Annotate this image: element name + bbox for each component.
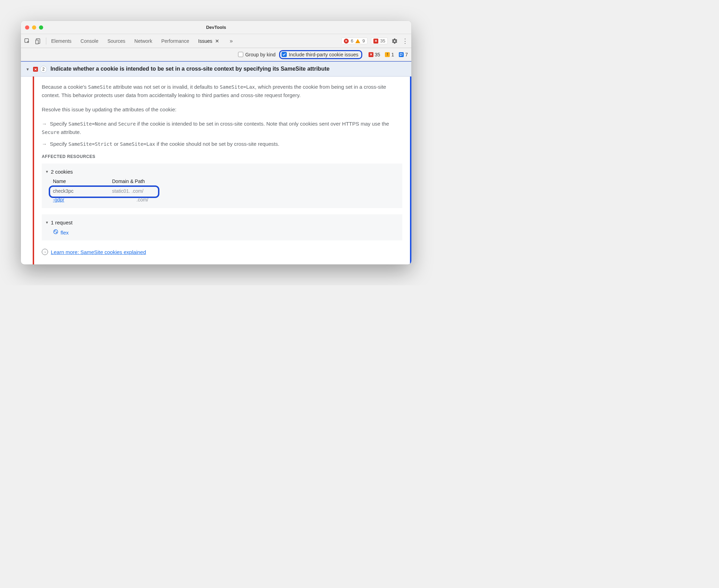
tab-sources[interactable]: Sources xyxy=(108,38,125,44)
code-samesite: SameSite xyxy=(88,84,111,90)
breaking-change-icon: ✕ xyxy=(369,52,373,57)
info-counter-value: 7 xyxy=(405,52,408,57)
checkbox-checked-icon xyxy=(282,52,287,57)
table-header: Name Domain & Path xyxy=(53,178,399,185)
issue-description-1: Because a cookie's SameSite attribute wa… xyxy=(42,83,402,99)
cookie-name[interactable]: -gdpr xyxy=(53,196,112,204)
col-domain: Domain & Path xyxy=(112,178,182,185)
issues-toolbar: Group by kind Include third-party cookie… xyxy=(21,48,411,61)
checkbox-unchecked-icon xyxy=(238,52,243,57)
include-third-party-checkbox[interactable]: Include third-party cookie issues xyxy=(282,52,358,57)
external-link-icon: → xyxy=(42,249,48,255)
issue-body-container: Because a cookie's SameSite attribute wa… xyxy=(21,77,411,264)
group-by-kind-checkbox[interactable]: Group by kind xyxy=(238,52,276,57)
device-toolbar-icon[interactable] xyxy=(35,38,42,45)
more-tabs-icon[interactable]: » xyxy=(230,38,233,44)
tab-issues-label: Issues xyxy=(198,38,212,44)
tab-issues[interactable]: Issues ✕ xyxy=(198,38,219,44)
settings-icon[interactable] xyxy=(391,38,398,45)
expand-icon: ▼ xyxy=(26,67,30,71)
minimize-window-button[interactable] xyxy=(32,25,36,30)
info-counter[interactable]: 7 xyxy=(399,52,408,57)
main-toolbar: Elements Console Sources Network Perform… xyxy=(21,34,411,48)
requests-disclosure[interactable]: ▼ 1 request xyxy=(45,218,399,227)
issue-bullet-2: → Specify SameSite=Strict or SameSite=La… xyxy=(42,140,402,148)
cookies-summary: 2 cookies xyxy=(51,168,73,176)
toolbar-left-icons xyxy=(24,38,46,45)
breaking-change-icon: ✕ xyxy=(373,39,378,43)
arrow-icon: → xyxy=(42,121,47,127)
warning-icon xyxy=(355,39,360,43)
cookie-domain: .com/ xyxy=(112,196,182,204)
info-square-icon xyxy=(399,52,404,57)
learn-more-link[interactable]: → Learn more: SameSite cookies explained xyxy=(42,248,402,256)
arrow-icon: → xyxy=(42,141,47,147)
issue-kind-counters: ✕ 35 ! 1 7 xyxy=(369,52,408,57)
affected-requests-section: ▼ 1 request flex xyxy=(42,214,402,240)
learn-more-text: Learn more: SameSite cookies explained xyxy=(51,248,146,256)
issue-description-2: Resolve this issue by updating the attri… xyxy=(42,105,402,113)
more-options-icon[interactable]: ⋮ xyxy=(402,38,409,45)
window-title: DevTools xyxy=(206,25,226,30)
issue-title: Indicate whether a cookie is intended to… xyxy=(50,65,406,73)
warning-counter-value: 1 xyxy=(391,52,394,57)
error-count: 6 xyxy=(351,38,353,43)
col-name: Name xyxy=(53,178,112,185)
include-third-party-highlight: Include third-party cookie issues xyxy=(279,50,362,59)
expand-icon: ▼ xyxy=(45,169,49,175)
cookie-name: check3pc xyxy=(53,188,112,195)
network-request-icon xyxy=(53,229,58,237)
svg-rect-2 xyxy=(36,40,39,44)
cookies-table: Name Domain & Path check3pc static01. .c… xyxy=(53,178,399,205)
cookie-domain: static01. .com/ xyxy=(112,188,182,195)
error-icon: ✕ xyxy=(344,39,349,43)
warning-count: 9 xyxy=(362,38,365,43)
panel-tabs: Elements Console Sources Network Perform… xyxy=(51,38,337,44)
warning-square-icon: ! xyxy=(385,52,390,57)
devtools-window: DevTools Elements Console Sources Networ… xyxy=(21,21,411,264)
table-row[interactable]: check3pc static01. .com/ xyxy=(53,187,399,196)
include-third-party-label: Include third-party cookie issues xyxy=(289,52,358,57)
breaking-counter[interactable]: ✕ 35 xyxy=(369,52,380,57)
titlebar: DevTools xyxy=(21,21,411,34)
affected-cookies-section: ▼ 2 cookies Name Domain & Path check3pc … xyxy=(42,164,402,208)
tab-elements[interactable]: Elements xyxy=(51,38,71,44)
request-item[interactable]: flex xyxy=(53,229,399,237)
issue-header-meta: ✕ 2 xyxy=(33,66,47,73)
window-controls xyxy=(25,25,43,30)
warning-counter[interactable]: ! 1 xyxy=(385,52,394,57)
close-icon[interactable]: ✕ xyxy=(215,38,219,44)
breaking-counter-value: 35 xyxy=(375,52,380,57)
issue-bullet-1: → Specify SameSite=None and Secure if th… xyxy=(42,120,402,136)
cookies-disclosure[interactable]: ▼ 2 cookies xyxy=(45,168,399,176)
expand-icon: ▼ xyxy=(45,220,49,225)
breaking-count: 35 xyxy=(380,38,385,43)
toolbar-right: ✕ 6 9 ✕ 35 ⋮ xyxy=(341,38,409,45)
table-row[interactable]: -gdpr .com/ xyxy=(53,196,399,205)
affected-resources-label: AFFECTED RESOURCES xyxy=(42,153,402,160)
console-error-warning-badge[interactable]: ✕ 6 9 xyxy=(341,38,367,44)
issue-body: Because a cookie's SameSite attribute wa… xyxy=(34,77,411,264)
code-samesite-lax: SameSite=Lax xyxy=(220,84,255,90)
issue-count: 2 xyxy=(40,66,47,73)
inspect-element-icon[interactable] xyxy=(24,38,31,45)
close-window-button[interactable] xyxy=(25,25,29,30)
issues-counter-badge[interactable]: ✕ 35 xyxy=(371,38,388,44)
tab-performance[interactable]: Performance xyxy=(161,38,189,44)
breaking-change-icon: ✕ xyxy=(33,67,38,72)
tab-console[interactable]: Console xyxy=(80,38,98,44)
zoom-window-button[interactable] xyxy=(39,25,43,30)
issue-header[interactable]: ▼ ✕ 2 Indicate whether a cookie is inten… xyxy=(21,61,411,77)
tab-network[interactable]: Network xyxy=(134,38,152,44)
request-name: flex xyxy=(61,229,69,237)
svg-point-3 xyxy=(54,230,58,234)
requests-summary: 1 request xyxy=(51,218,73,227)
group-by-kind-label: Group by kind xyxy=(245,52,276,57)
